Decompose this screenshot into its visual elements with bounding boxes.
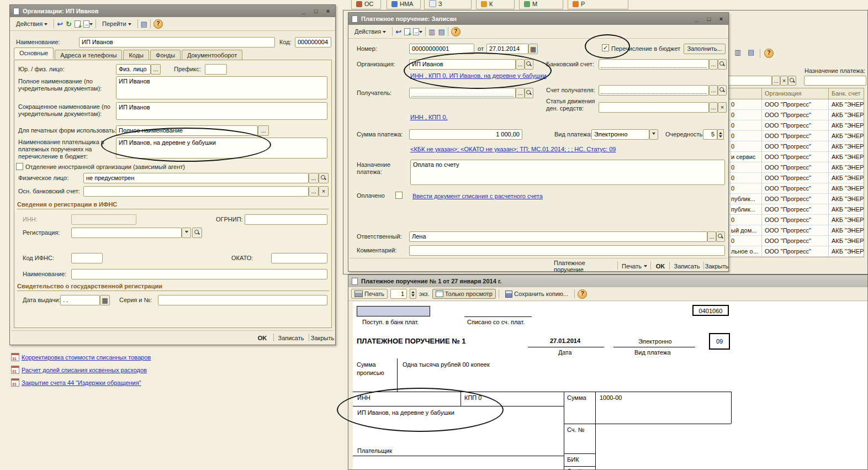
recipient-dots-button[interactable]: ... <box>516 88 525 98</box>
journal-cell-organization[interactable]: ООО "Прогресс" <box>765 196 811 202</box>
foreign-org-label[interactable]: Отделение иностранной организации (завис… <box>25 163 185 170</box>
bank-account-dots-button[interactable]: ... <box>709 59 718 70</box>
journal-col-bank-account[interactable]: Банк. счет <box>832 90 860 97</box>
structure-icon[interactable] <box>438 28 444 36</box>
link-account44[interactable]: Закрытие счета 44 "Издержки обращения" <box>22 379 141 386</box>
code-input[interactable]: 000000004 <box>295 37 331 47</box>
priority-input[interactable]: 5 <box>703 129 717 140</box>
journal-cell-bank[interactable]: АКБ "ЭНЕРГО <box>832 133 864 139</box>
journal-cell-description[interactable]: 0 <box>731 133 734 139</box>
journal-cell-description[interactable]: ый дом... <box>731 227 756 234</box>
comment-input[interactable] <box>409 245 725 256</box>
responsible-input[interactable]: Лена <box>409 231 707 242</box>
top-tab-k[interactable]: К <box>476 0 515 9</box>
tab-adresa[interactable]: Адреса и телефоны <box>55 50 122 60</box>
issue-date-input[interactable]: . . <box>60 295 100 305</box>
maximize-button[interactable]: □ <box>705 15 713 22</box>
tab-kody[interactable]: Коды <box>123 50 149 60</box>
close-window-button[interactable]: Закрыть <box>706 261 728 271</box>
journal-cell-organization[interactable]: ООО "Прогресс" <box>765 154 811 160</box>
payment-type-select[interactable]: Электронно <box>591 129 649 140</box>
payment-order-button[interactable]: Платежное поручение <box>554 261 616 271</box>
journal-cell-bank[interactable]: АКБ "ЭНЕРГО <box>832 206 864 213</box>
journal-col-organization[interactable]: Организация <box>765 90 801 97</box>
foreign-org-checkbox[interactable] <box>16 163 23 170</box>
ok-button[interactable]: OK <box>253 333 271 342</box>
journal-cell-organization[interactable]: ООО "Прогресс" <box>765 248 811 255</box>
amount-input[interactable]: 1 000,00 <box>409 129 522 140</box>
journal-cell-bank[interactable]: АКБ "ЭНЕРГО <box>832 227 864 234</box>
journal-cell-description[interactable]: 0 <box>731 101 734 108</box>
registration-dropdown-button[interactable] <box>182 228 191 238</box>
journal-cell-organization[interactable]: ООО "Прогресс" <box>765 175 811 181</box>
journal-cell-bank[interactable]: АКБ "ЭНЕРГО <box>832 175 864 181</box>
save-close-icon[interactable] <box>57 20 63 28</box>
main-bank-account-input[interactable] <box>83 186 309 197</box>
actions-menu[interactable]: Действия <box>13 19 51 29</box>
journal-cell-description[interactable]: 0 <box>731 122 734 129</box>
journal-cell-organization[interactable]: ООО "Прогресс" <box>765 122 811 129</box>
ok-button[interactable]: OK <box>653 261 668 271</box>
link-correction[interactable]: Корректировка стоимости списанных товаро… <box>22 354 151 361</box>
journal-cell-bank[interactable]: АКБ "ЭНЕРГО <box>832 237 864 244</box>
cash-flow-clear-button[interactable]: × <box>718 102 727 113</box>
journal-cell-bank[interactable]: АКБ "ЭНЕРГО <box>832 154 864 160</box>
recipient-input[interactable] <box>409 88 516 98</box>
print-button[interactable]: Печать <box>351 289 388 299</box>
series-input[interactable] <box>158 295 327 305</box>
purpose-textarea[interactable]: Оплата по счету <box>410 160 725 185</box>
journal-cell-description[interactable]: публик... <box>731 206 755 213</box>
org-window-titlebar[interactable]: Организации: ИП Иванов _ □ × <box>10 5 335 17</box>
ifns-name-input[interactable] <box>71 269 327 279</box>
maximize-button[interactable]: □ <box>312 8 320 14</box>
journal-cell-bank[interactable]: АКБ "ЭНЕРГО <box>832 101 864 108</box>
close-button[interactable]: × <box>324 8 332 14</box>
write-button[interactable]: Записать <box>671 261 702 271</box>
payment-type-dropdown-button[interactable] <box>649 129 658 140</box>
help-icon[interactable]: ? <box>578 289 587 299</box>
responsible-open-button[interactable] <box>716 231 725 242</box>
post-document-icon[interactable] <box>413 28 419 35</box>
debit-document-link[interactable]: Ввести документ списания с расчетного сч… <box>412 193 543 199</box>
refresh-icon[interactable] <box>66 20 72 28</box>
journal-cell-bank[interactable]: АКБ "ЭНЕРГО <box>832 164 864 171</box>
journal-cell-organization[interactable]: ООО "Прогресс" <box>765 133 811 139</box>
okato-input[interactable] <box>271 253 327 263</box>
journal-cell-organization[interactable]: ООО "Прогресс" <box>765 206 811 213</box>
write-button[interactable]: Записать <box>276 333 306 342</box>
copy-document-icon[interactable] <box>404 28 410 35</box>
top-tab-nma[interactable]: НМА <box>387 0 421 9</box>
journal-cell-bank[interactable]: АКБ "ЭНЕРГО <box>832 216 864 223</box>
name-input[interactable]: ИП Иванов <box>79 37 275 47</box>
journal-cell-description[interactable]: 0 <box>731 112 734 118</box>
journal-icon[interactable] <box>428 28 435 36</box>
close-window-button[interactable]: Закрыть <box>311 333 334 342</box>
journal-cell-description[interactable]: 0 <box>731 175 734 181</box>
issue-date-calendar-button[interactable] <box>100 295 110 305</box>
save-close-icon[interactable] <box>395 28 401 36</box>
tab-fondy[interactable]: Фонды <box>150 50 181 60</box>
main-bank-account-clear-button[interactable]: × <box>319 186 329 197</box>
goto-menu[interactable]: Перейти <box>99 19 135 29</box>
top-tab-m[interactable]: М <box>519 0 563 9</box>
minimize-button[interactable]: _ <box>300 8 308 14</box>
journal-cell-organization[interactable]: ООО "Прогресс" <box>765 164 811 171</box>
top-tab-z[interactable]: З <box>424 0 472 9</box>
paid-checkbox[interactable] <box>395 192 403 199</box>
cash-flow-input[interactable] <box>599 102 709 113</box>
person-input[interactable]: не предусмотрен <box>83 173 309 183</box>
person-open-button[interactable] <box>319 173 329 183</box>
journal-cell-organization[interactable]: ООО "Прогресс" <box>765 101 811 108</box>
bank-account-input[interactable] <box>599 59 709 70</box>
entity-type-input[interactable]: Физ. лицо <box>116 64 151 75</box>
print-window-titlebar[interactable]: Платежное поручение № 1 от 27 января 201… <box>348 275 867 287</box>
help-icon[interactable]: ? <box>154 19 163 29</box>
journal-cell-organization[interactable]: ООО "Прогресс" <box>765 185 811 192</box>
journal-cell-description[interactable]: 0 <box>731 143 734 150</box>
journal-toolbar-icon-structure[interactable] <box>748 48 754 56</box>
person-dots-button[interactable]: ... <box>309 173 319 183</box>
tab-osnovnye[interactable]: Основные <box>14 47 54 59</box>
recipient-account-input[interactable] <box>599 85 709 96</box>
recipient-account-open-button[interactable] <box>718 85 727 96</box>
structure-icon[interactable] <box>141 20 147 28</box>
